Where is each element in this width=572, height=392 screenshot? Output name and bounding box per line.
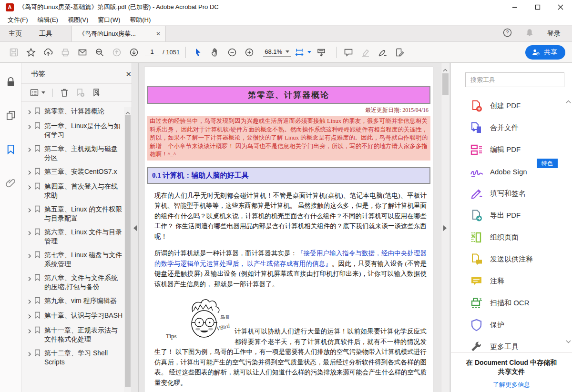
- fit-width-icon[interactable]: [295, 45, 311, 60]
- page-thumbnails-icon[interactable]: [5, 110, 16, 123]
- cloud-upload-icon[interactable]: [41, 45, 55, 60]
- bookmark-item[interactable]: 第三章、安装CentOS7.x: [27, 167, 124, 177]
- tab-close-icon[interactable]: ✕: [156, 30, 161, 37]
- bookmark-item[interactable]: 第十章、认识与学习BASH: [27, 311, 124, 321]
- page-number-input[interactable]: 1: [145, 48, 159, 56]
- find-icon[interactable]: [92, 45, 107, 60]
- chevron-right-icon[interactable]: [27, 205, 34, 223]
- signature-icon[interactable]: [376, 45, 390, 60]
- page-display-icon[interactable]: [314, 45, 328, 60]
- share-button[interactable]: 共享: [525, 45, 565, 60]
- collapse-panel-icon[interactable]: [133, 225, 137, 231]
- close-button[interactable]: [549, 0, 572, 14]
- tab-home[interactable]: 主页: [0, 26, 31, 41]
- chevron-right-icon[interactable]: [27, 107, 34, 117]
- bookmark-item[interactable]: 第一章、Linux是什么与如何学习: [27, 121, 124, 140]
- bookmark-item[interactable]: 第十二章、学习 Shell Scripts: [27, 349, 124, 367]
- bookmarks-panel-icon[interactable]: [5, 144, 16, 157]
- attachments-icon[interactable]: [5, 178, 16, 191]
- hand-tool-icon[interactable]: [208, 45, 222, 60]
- sign-in-button[interactable]: 登录: [547, 30, 561, 38]
- comment-tool-icon[interactable]: [341, 45, 356, 60]
- menu-file[interactable]: 文件(F): [3, 14, 33, 26]
- delete-bookmark-icon[interactable]: [60, 88, 69, 97]
- panel-splitter[interactable]: [132, 63, 138, 392]
- scrollbar-thumb[interactable]: [125, 115, 131, 387]
- tool-item[interactable]: 填写和签名: [451, 182, 572, 204]
- chevron-right-icon[interactable]: [27, 326, 34, 344]
- document-cloud-footer: 在 Document Cloud 中存储和共享文件 了解更多信息: [451, 352, 572, 392]
- chevron-right-icon[interactable]: [27, 144, 34, 162]
- new-bookmark-icon[interactable]: [76, 88, 85, 97]
- bookmark-item[interactable]: 第二章、主机规划与磁盘分区: [27, 144, 124, 162]
- chevron-right-icon[interactable]: [27, 121, 34, 140]
- menu-edit[interactable]: 编辑(E): [33, 14, 63, 26]
- bookmark-item[interactable]: 第零章、计算器概论: [27, 107, 124, 117]
- tool-label: 组织页面: [490, 233, 519, 242]
- bookmark-item[interactable]: 第十一章、正规表示法与文件格式化处理: [27, 326, 124, 344]
- bookmark-item[interactable]: 第五章、Linux 的文件权限与目录配置: [27, 205, 124, 223]
- learn-more-link[interactable]: 了解更多信息: [493, 381, 530, 389]
- highlighter-icon[interactable]: [358, 45, 373, 60]
- email-icon[interactable]: [75, 45, 90, 60]
- menu-window[interactable]: 窗口(W): [93, 14, 125, 26]
- bookmarks-scrollbar[interactable]: [124, 107, 132, 392]
- bookmark-item[interactable]: 第九章、vim 程序编辑器: [27, 296, 124, 306]
- menu-help[interactable]: 帮助(H): [125, 14, 155, 26]
- scroll-down-icon[interactable]: [566, 337, 571, 345]
- tool-item[interactable]: 导出 PDF: [451, 204, 572, 226]
- tool-item[interactable]: 合并文件: [451, 117, 572, 139]
- tool-item[interactable]: 组织页面: [451, 226, 572, 248]
- print-icon[interactable]: [58, 45, 72, 60]
- tab-tools[interactable]: 工具: [31, 26, 61, 41]
- tool-item[interactable]: 发送以供注释: [451, 248, 572, 270]
- next-page-icon[interactable]: [127, 45, 141, 60]
- tool-item[interactable]: 更多工具: [451, 336, 572, 352]
- tool-item[interactable]: Adobe Sign特色: [451, 161, 572, 182]
- menu-view[interactable]: 视图(V): [63, 14, 93, 26]
- chevron-right-icon[interactable]: [27, 182, 34, 200]
- save-icon[interactable]: [7, 45, 21, 60]
- chevron-right-icon[interactable]: [27, 251, 34, 269]
- bookmark-item[interactable]: 第七章、Linux 磁盘与文件系统管理: [27, 251, 124, 269]
- scrollbar-thumb[interactable]: [442, 73, 449, 95]
- bookmark-item[interactable]: 第四章、首次登入与在线求助: [27, 182, 124, 200]
- scroll-up-icon[interactable]: [566, 97, 571, 106]
- notifications-bell-icon[interactable]: [525, 28, 534, 39]
- chevron-right-icon[interactable]: [27, 228, 34, 246]
- bookmarks-close-icon[interactable]: ✕: [125, 70, 132, 78]
- chevron-right-icon[interactable]: [27, 167, 34, 177]
- zoom-in-icon[interactable]: [242, 45, 256, 60]
- tool-item[interactable]: 保护: [451, 314, 572, 336]
- fill-sign-tool-icon[interactable]: [393, 45, 407, 60]
- expand-panel-icon[interactable]: [443, 225, 447, 231]
- chevron-right-icon[interactable]: [27, 296, 34, 306]
- tool-item[interactable]: 创建 PDF: [451, 95, 572, 117]
- bookmark-item[interactable]: 第六章、Linux 文件与目录管理: [27, 228, 124, 246]
- tools-search-input[interactable]: [470, 76, 559, 83]
- star-icon[interactable]: [24, 45, 38, 60]
- help-icon[interactable]: ?: [503, 28, 512, 39]
- tools-search-box[interactable]: [465, 72, 564, 87]
- security-lock-icon[interactable]: [5, 76, 16, 89]
- chevron-right-icon[interactable]: [27, 311, 34, 321]
- scroll-up-icon[interactable]: [443, 65, 448, 74]
- select-tool-icon[interactable]: [191, 45, 205, 60]
- bookmark-icon: [34, 167, 44, 177]
- tool-item[interactable]: 编辑 PDF: [451, 139, 572, 161]
- document-viewport[interactable]: 第零章、计算器概论 最近更新日期: 2015/04/16 由过去的经验当中，鸟哥…: [139, 63, 450, 392]
- minimize-button[interactable]: [503, 0, 526, 14]
- expand-current-bookmark-icon[interactable]: [92, 88, 101, 97]
- bookmark-options-icon[interactable]: [30, 89, 45, 97]
- previous-page-icon[interactable]: [110, 45, 124, 60]
- zoom-level-dropdown[interactable]: 68.1%: [263, 48, 291, 57]
- chevron-right-icon[interactable]: [27, 273, 34, 291]
- tool-item[interactable]: 扫描和 OCR: [451, 292, 572, 314]
- tool-item[interactable]: 注释: [451, 270, 572, 292]
- maximize-button[interactable]: [526, 0, 549, 14]
- tab-document[interactable]: 《鸟哥的Linux房菜... ✕: [72, 26, 166, 41]
- chevron-right-icon[interactable]: [27, 349, 34, 367]
- zoom-out-icon[interactable]: [225, 45, 239, 60]
- bookmark-item[interactable]: 第八章、文件与文件系统的压缩,打包与备份: [27, 273, 124, 291]
- document-scrollbar[interactable]: [441, 63, 449, 392]
